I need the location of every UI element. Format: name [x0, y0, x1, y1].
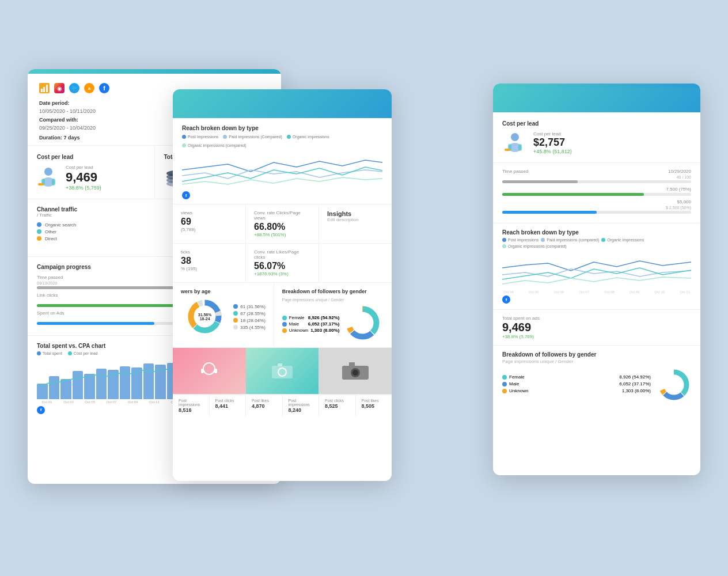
svg-rect-24	[278, 363, 282, 366]
followers-age: wers by age 31.56%18-24	[173, 283, 274, 347]
rl-label-2: Organic impressions	[293, 135, 329, 139]
bar-item	[131, 367, 142, 399]
rp-camp-note-0: 40 / 100	[502, 175, 691, 179]
ct-label-2: Direct	[45, 236, 57, 241]
gl-item-0: Female 8,926 (54.92%)	[282, 315, 340, 320]
mb-sub-views: (5,789)	[181, 227, 237, 232]
age-dot-0	[233, 304, 238, 309]
bar-item	[49, 376, 60, 399]
svg-rect-33	[505, 149, 510, 151]
post-img-1	[246, 348, 319, 394]
rp-cpl-val: $2,757	[533, 137, 572, 149]
legend-item-0: Total spent	[37, 351, 62, 355]
ps-val-2: 4,870	[252, 403, 276, 409]
metric-box-insights: Insights Edit description	[319, 204, 392, 243]
age-item-2: 18 (28.04%)	[233, 318, 266, 323]
insights-desc: Edit description	[327, 217, 384, 222]
age-dot-3	[233, 325, 238, 329]
rp-header	[493, 84, 700, 88]
rp-gl-val-2: 1,303 (8.00%)	[622, 388, 651, 393]
fg-title: Breakdown of followers by gender	[282, 289, 384, 294]
legend-label-1: Cost per lead	[74, 351, 98, 355]
rp-rl-label-0: Post impressions	[508, 238, 539, 242]
line-chart-reach	[182, 150, 382, 190]
camera-teal-svg	[271, 362, 294, 380]
metric-box-conv-likes: Conv. rate Likes/Page clicks 56.07% +187…	[246, 244, 319, 282]
rp-ts-label: Total spent on ads	[502, 316, 691, 321]
rp-gender-row: Female 8,926 (54.92%) Male 6,052 (37.17%…	[502, 367, 691, 402]
ps-label-5: Post likes	[362, 399, 386, 403]
rl-label-3: Organic impressions (compared)	[188, 143, 247, 147]
mb-val-views: 69	[181, 217, 237, 227]
rp-gl-label-1: Male	[509, 381, 519, 386]
rl-dot-1	[223, 135, 227, 139]
rp-camp-header-1: 7,500 (75%)	[502, 187, 691, 192]
bar-item	[60, 379, 71, 399]
date-period-label: Date period:	[39, 100, 70, 106]
rp-gl-1: Male 6,052 (37.17%)	[502, 381, 651, 386]
rp-rl-dot-1	[541, 238, 545, 242]
rl-label-0: Post impressions	[188, 135, 218, 139]
rp-camp-header-2: $5,000	[502, 199, 691, 204]
bar-item	[108, 370, 119, 399]
scene: ◉ 🐦 a f Date period: 10/05/2020 - 10/11/…	[0, 0, 728, 576]
metrics-row: views 69 (5,789) Conv. rate Clicks/Page …	[173, 204, 392, 244]
rp-gl-label-0: Female	[509, 374, 525, 380]
rp-rl-dot-2	[601, 238, 605, 242]
fb-icon-center: f	[182, 191, 190, 199]
cpl-value: 9,469	[66, 170, 101, 185]
mb-change-conv-likes: +1876.93% (3%)	[254, 271, 310, 276]
age-donut-label: 31.56%18-24	[198, 313, 212, 321]
post-img-2	[318, 348, 392, 394]
cpl-label: Cost per lead	[66, 165, 101, 170]
instagram-icon: ◉	[54, 83, 65, 93]
camp-label-2: Spent on Ads	[37, 310, 65, 316]
rp-person-icon	[502, 131, 528, 154]
mb-label-views: views	[181, 210, 237, 215]
rp-gender-donut	[657, 367, 691, 402]
metric-box-ticks: ticks 38 % (195)	[173, 244, 246, 282]
age-label-0: 61 (31.56%)	[240, 304, 266, 309]
rp-rl-2: Organic impressions	[601, 238, 644, 242]
rp-track-1	[502, 193, 691, 196]
amazon-icon: a	[84, 83, 94, 93]
rp-fb-icon: f	[502, 295, 691, 304]
fb-icon-small: f	[37, 406, 45, 414]
rp-gl-val-1: 6,052 (37.17%)	[619, 381, 651, 386]
svg-point-27	[352, 370, 358, 376]
rp-cpl-label: Cost per lead	[533, 131, 572, 137]
bar-item	[73, 371, 84, 399]
right-panel: Cost per lead Cost per lead $2,757 +45.8…	[493, 84, 700, 475]
gl-val-2: 1,303 (8.00%)	[310, 328, 339, 333]
rp-rl-label-2: Organic impressions	[607, 238, 644, 242]
rl-dot-0	[182, 135, 186, 139]
rp-rl-label-1: Paid impressions (compared)	[547, 238, 599, 242]
rp-camp-row-2: $5,000 $ 2,500 (50%)	[502, 199, 691, 214]
date-period: 10/05/2020 - 10/11/2020	[39, 108, 96, 114]
cost-per-lead-title: Cost per lead	[37, 154, 145, 160]
compared-with: 09/25/2020 - 10/04/2020	[39, 125, 96, 131]
rp-gender-title: Breakdown of followers by gender	[502, 351, 691, 358]
rp-camp-label-0: Time passed	[502, 169, 529, 174]
ct-dot-2	[37, 236, 41, 241]
rp-camp-val-2: $5,000	[677, 199, 691, 204]
svg-rect-21	[214, 369, 217, 373]
post-stat-4: Post clicks 8,525	[319, 395, 356, 416]
post-stat-2: Post likes 4,870	[246, 395, 283, 416]
rp-cpl-title: Cost per lead	[502, 120, 691, 127]
reach-section: Reach broken down by type Post impressio…	[173, 118, 392, 204]
reach-title: Reach broken down by type	[182, 125, 382, 131]
mb-val-conv: 66.80%	[254, 222, 310, 232]
reach-legend-2: Organic impressions	[287, 135, 329, 139]
metrics-row-2: ticks 38 % (195) Conv. rate Likes/Page c…	[173, 244, 392, 283]
rp-fill-1	[502, 193, 644, 196]
age-item-3: 335 (4.55%)	[233, 325, 266, 330]
rp-camp-header-0: Time passed 10/29/2020	[502, 169, 691, 174]
age-item-0: 61 (31.56%)	[233, 304, 266, 309]
metric-box-conv-clicks: Conv. rate Clicks/Page views 66.80% +88.…	[246, 204, 319, 243]
rp-camp-date: 10/29/2020	[668, 169, 691, 174]
rp-gl-dot-1	[502, 382, 507, 386]
ps-val-0: 8,516	[179, 407, 203, 413]
ct-dot-0	[37, 222, 41, 227]
rp-reach-legend: Post impressions Paid impressions (compa…	[502, 238, 691, 248]
